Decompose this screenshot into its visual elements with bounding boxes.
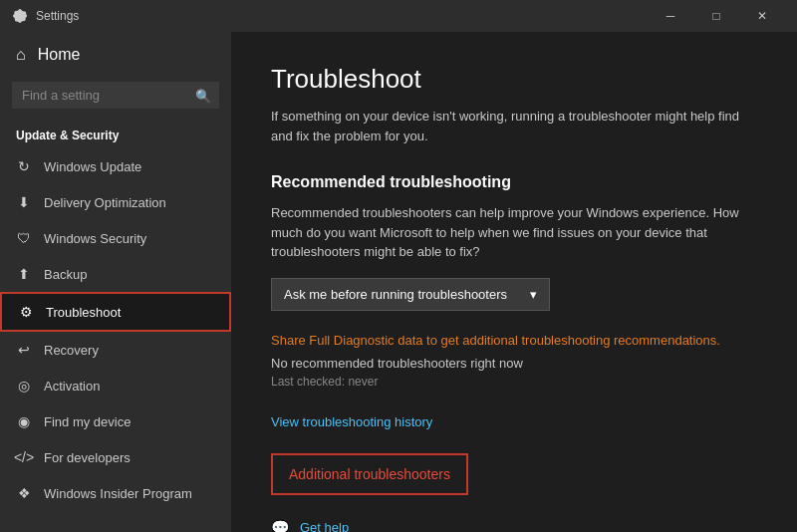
share-diagnostic-link[interactable]: Share Full Diagnostic data to get additi… — [271, 333, 720, 348]
sidebar-item-label: Windows Insider Program — [44, 486, 192, 501]
find-device-icon: ◉ — [16, 413, 32, 429]
backup-icon: ⬆ — [16, 266, 32, 282]
sidebar-item-activation[interactable]: ◎ Activation — [0, 368, 231, 403]
no-recommended-text: No recommended troubleshooters right now — [271, 356, 757, 371]
page-subtitle: If something on your device isn't workin… — [271, 107, 757, 145]
sidebar-item-label: Backup — [44, 267, 87, 282]
minimize-button[interactable]: ─ — [648, 0, 693, 32]
settings-icon — [12, 8, 28, 24]
get-help-icon: 💬 — [271, 519, 290, 533]
insider-icon: ❖ — [16, 485, 32, 501]
sidebar-item-label: Delivery Optimization — [44, 195, 166, 210]
sidebar-item-recovery[interactable]: ↩ Recovery — [0, 332, 231, 368]
sidebar-search-container: 🔍 — [12, 82, 219, 109]
search-input[interactable] — [12, 82, 219, 109]
update-icon: ↻ — [16, 158, 32, 174]
sidebar-item-windows-update[interactable]: ↻ Windows Update — [0, 148, 231, 184]
search-icon: 🔍 — [195, 88, 211, 103]
sidebar-item-label: Windows Security — [44, 231, 146, 246]
sidebar-item-delivery-optimization[interactable]: ⬇ Delivery Optimization — [0, 184, 231, 220]
titlebar: Settings ─ □ ✕ — [0, 0, 797, 32]
titlebar-title: Settings — [36, 9, 648, 23]
home-icon: ⌂ — [16, 46, 26, 64]
troubleshoot-icon: ⚙ — [18, 304, 34, 320]
sidebar-item-windows-security[interactable]: 🛡 Windows Security — [0, 220, 231, 256]
sidebar-section-title: Update & Security — [0, 121, 231, 148]
sidebar-item-for-developers[interactable]: </> For developers — [0, 439, 231, 475]
get-help-label: Get help — [300, 520, 349, 532]
sidebar-item-label: For developers — [44, 450, 131, 465]
additional-troubleshooters-box[interactable]: Additional troubleshooters — [271, 453, 468, 495]
recommended-desc: Recommended troubleshooters can help imp… — [271, 203, 757, 262]
delivery-icon: ⬇ — [16, 194, 32, 210]
sidebar-item-home[interactable]: ⌂ Home — [0, 32, 231, 78]
content-area: Troubleshoot If something on your device… — [231, 32, 797, 532]
sidebar-home-label: Home — [38, 46, 81, 64]
sidebar-item-troubleshoot[interactable]: ⚙ Troubleshoot — [0, 292, 231, 332]
main-layout: ⌂ Home 🔍 Update & Security ↻ Windows Upd… — [0, 32, 797, 532]
close-button[interactable]: ✕ — [739, 0, 785, 32]
recommended-heading: Recommended troubleshooting — [271, 173, 757, 191]
chevron-down-icon: ▾ — [530, 287, 537, 302]
sidebar-item-backup[interactable]: ⬆ Backup — [0, 256, 231, 292]
view-history-link[interactable]: View troubleshooting history — [271, 414, 432, 429]
activation-icon: ◎ — [16, 378, 32, 394]
sidebar-item-find-device[interactable]: ◉ Find my device — [0, 403, 231, 439]
dropdown-value: Ask me before running troubleshooters — [284, 287, 522, 302]
recovery-icon: ↩ — [16, 342, 32, 358]
titlebar-controls: ─ □ ✕ — [648, 0, 785, 32]
sidebar-item-label: Find my device — [44, 414, 131, 429]
get-help-item[interactable]: 💬 Get help — [271, 519, 757, 533]
page-title: Troubleshoot — [271, 64, 757, 95]
sidebar-item-windows-insider[interactable]: ❖ Windows Insider Program — [0, 475, 231, 511]
sidebar: ⌂ Home 🔍 Update & Security ↻ Windows Upd… — [0, 32, 231, 532]
sidebar-item-label: Activation — [44, 379, 100, 394]
security-icon: 🛡 — [16, 230, 32, 246]
last-checked-text: Last checked: never — [271, 375, 757, 389]
additional-troubleshooters-label: Additional troubleshooters — [289, 466, 450, 482]
troubleshoot-dropdown[interactable]: Ask me before running troubleshooters ▾ — [271, 278, 550, 311]
sidebar-item-label: Windows Update — [44, 159, 141, 174]
sidebar-item-label: Recovery — [44, 343, 99, 358]
maximize-button[interactable]: □ — [693, 0, 739, 32]
developers-icon: </> — [16, 449, 32, 465]
sidebar-item-label: Troubleshoot — [46, 305, 121, 320]
